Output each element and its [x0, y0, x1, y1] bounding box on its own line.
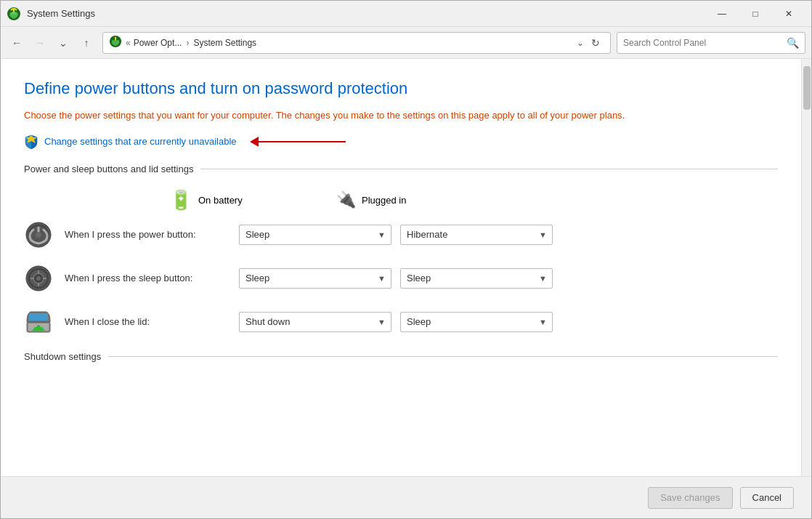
power-battery-select[interactable]: Do nothing Sleep Hibernate Shut down Tur… — [239, 225, 391, 245]
arrow-head — [250, 137, 259, 147]
close-button[interactable]: ✕ — [772, 1, 805, 27]
shutdown-title: Shutdown settings — [24, 351, 101, 362]
change-settings-row: Change settings that are currently unava… — [24, 134, 778, 149]
forward-button: → — [30, 33, 50, 53]
maximize-button[interactable]: □ — [739, 1, 772, 27]
power-battery-select-wrapper: Do nothing Sleep Hibernate Shut down Tur… — [239, 225, 391, 245]
sleep-battery-select[interactable]: Do nothing Sleep Hibernate Shut down Tur… — [239, 268, 391, 289]
shield-icon — [24, 134, 38, 149]
window-controls: — □ ✕ — [705, 1, 805, 27]
content-area: Define power buttons and turn on passwor… — [1, 59, 801, 476]
shutdown-section-divider — [108, 356, 778, 357]
search-bar: 🔍 — [617, 32, 805, 54]
lid-plugged-select-wrapper: Do nothing Sleep Hibernate Shut down Tur… — [400, 312, 553, 332]
power-button-icon — [24, 220, 53, 249]
power-button-row: When I press the power button: Do nothin… — [24, 220, 778, 249]
change-settings-link[interactable]: Change settings that are currently unava… — [44, 136, 237, 147]
plug-icon: 🔌 — [336, 190, 356, 209]
on-battery-label: On battery — [198, 195, 243, 206]
plugged-in-header: 🔌 Plugged in — [336, 190, 503, 209]
page-description: Choose the power settings that you want … — [24, 108, 778, 123]
address-bar[interactable]: « Power Opt... › System Settings ⌄ ↻ — [102, 32, 611, 54]
titlebar: System Settings — □ ✕ — [1, 1, 811, 27]
scrollbar[interactable] — [801, 59, 811, 476]
power-sleep-title: Power and sleep buttons and lid settings — [24, 164, 193, 174]
column-headers: 🔋 On battery 🔌 Plugged in — [24, 189, 778, 212]
lid-row: When I close the lid: Do nothing Sleep H… — [24, 307, 778, 337]
svg-point-12 — [36, 276, 41, 281]
page-title: Define power buttons and turn on passwor… — [24, 79, 778, 98]
app-icon — [7, 7, 21, 21]
breadcrumb-chevron: › — [186, 38, 189, 48]
search-icon: 🔍 — [787, 37, 799, 49]
lid-battery-select-wrapper: Do nothing Sleep Hibernate Shut down Tur… — [239, 312, 391, 332]
main-window: System Settings — □ ✕ ← → ⌄ ↑ « Power Op… — [0, 0, 812, 519]
refresh-button[interactable]: ↻ — [587, 34, 604, 52]
sleep-button-label: When I press the sleep button: — [65, 273, 239, 283]
arrow-line — [259, 141, 346, 142]
shutdown-section-header: Shutdown settings — [24, 351, 778, 362]
window-title: System Settings — [27, 8, 705, 19]
address-icon — [109, 35, 122, 50]
svg-rect-15 — [29, 313, 48, 321]
power-button-label: When I press the power button: — [65, 229, 239, 240]
lid-battery-select[interactable]: Do nothing Sleep Hibernate Shut down Tur… — [239, 312, 391, 332]
sleep-button-row: When I press the sleep button: Do nothin… — [24, 264, 778, 293]
minimize-button[interactable]: — — [705, 1, 739, 27]
sleep-plugged-select-wrapper: Do nothing Sleep Hibernate Shut down Tur… — [400, 268, 553, 289]
breadcrumb-current: System Settings — [193, 38, 574, 48]
svg-point-7 — [36, 232, 41, 238]
battery-icon: 🔋 — [169, 189, 192, 212]
on-battery-header: 🔋 On battery — [169, 189, 336, 212]
breadcrumb-poweropt: Power Opt... — [134, 38, 182, 48]
section-divider — [200, 169, 778, 169]
power-plugged-select-wrapper: Do nothing Sleep Hibernate Shut down Tur… — [400, 225, 553, 245]
power-plugged-select[interactable]: Do nothing Sleep Hibernate Shut down Tur… — [400, 225, 553, 245]
navbar: ← → ⌄ ↑ « Power Opt... › System Settings… — [1, 27, 811, 59]
sleep-battery-select-wrapper: Do nothing Sleep Hibernate Shut down Tur… — [239, 268, 391, 289]
plugged-in-label: Plugged in — [362, 195, 406, 206]
arrow-indicator — [250, 137, 346, 147]
lid-label: When I close the lid: — [65, 316, 239, 327]
scrollbar-thumb[interactable] — [803, 66, 811, 110]
sleep-button-icon — [24, 264, 53, 293]
main-content: Define power buttons and turn on passwor… — [1, 59, 811, 476]
lid-plugged-select[interactable]: Do nothing Sleep Hibernate Shut down Tur… — [400, 312, 553, 332]
power-sleep-section-header: Power and sleep buttons and lid settings — [24, 164, 778, 174]
sleep-plugged-select[interactable]: Do nothing Sleep Hibernate Shut down Tur… — [400, 268, 553, 289]
lid-icon — [24, 307, 53, 337]
search-input[interactable] — [623, 38, 787, 48]
up-button[interactable]: ↑ — [76, 33, 97, 53]
cancel-button[interactable]: Cancel — [740, 487, 794, 509]
footer: Save changes Cancel — [1, 476, 811, 518]
save-changes-button[interactable]: Save changes — [648, 487, 732, 509]
dropdown-button[interactable]: ⌄ — [53, 33, 73, 53]
description-text: Choose the power settings that you want … — [24, 110, 625, 121]
address-dropdown-button[interactable]: ⌄ — [577, 38, 584, 48]
breadcrumb-separator1: « — [126, 38, 131, 48]
back-button[interactable]: ← — [7, 33, 27, 53]
